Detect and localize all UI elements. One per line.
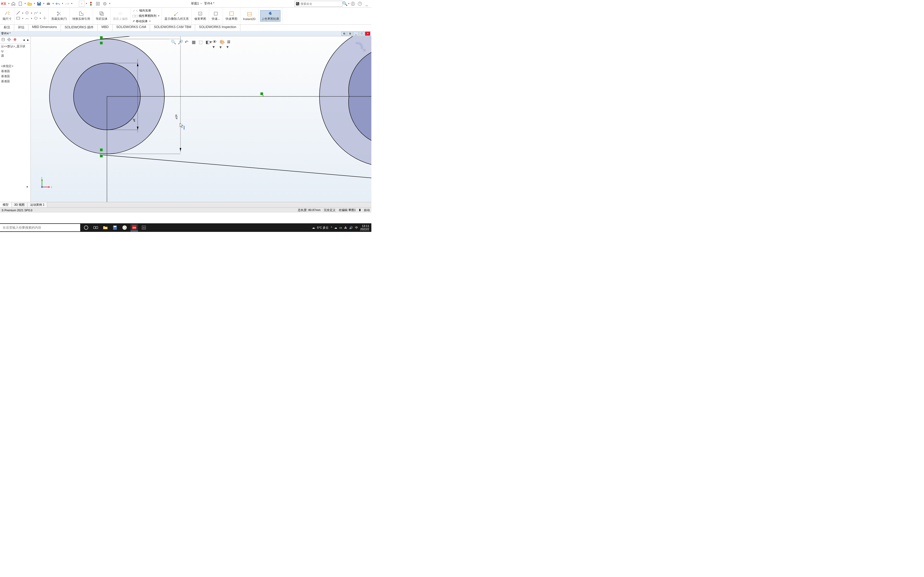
smart-dimension-button[interactable]: 📐 能尺寸 (2, 10, 13, 21)
calculator-icon[interactable] (111, 224, 119, 231)
logo-dropdown-icon[interactable]: ▼ (8, 2, 10, 5)
tree-plane-item[interactable]: 基准面 (0, 69, 31, 74)
dimension-d8[interactable]: ⌀8 (132, 119, 136, 122)
face-offset-button[interactable]: 曲面上偏移 (112, 10, 129, 21)
tab-sw-addins[interactable]: SOLIDWORKS 插件 (61, 24, 98, 31)
line-tool-icon[interactable] (16, 11, 20, 16)
rebuild-icon[interactable] (88, 1, 94, 7)
tree-nav-right-icon[interactable]: ► (27, 39, 29, 41)
quick-button[interactable]: 快速... (211, 10, 221, 21)
browser-icon[interactable] (121, 224, 128, 231)
tab-sw-cam-tbm[interactable]: SOLIDWORKS CAM TBM (150, 24, 195, 31)
tray-ime[interactable]: 中 (355, 226, 358, 230)
app-icon[interactable] (140, 224, 148, 231)
point-tool-icon[interactable] (42, 16, 47, 21)
undo-dropdown-icon[interactable]: ▼ (61, 2, 64, 5)
mirror-icon[interactable]: ⟋⟍ (132, 9, 138, 12)
print-dropdown-icon[interactable]: ▼ (52, 2, 54, 5)
window-collapse-left-icon[interactable]: ⧉ (341, 32, 347, 36)
user-icon[interactable] (350, 1, 356, 7)
weather-text[interactable]: 5°C 多云 (317, 226, 329, 230)
settings-dropdown-icon[interactable]: ▼ (108, 2, 111, 5)
tab-annotation[interactable]: 标注 (0, 24, 14, 31)
tab-sw-cam[interactable]: SOLIDWORKS CAM (113, 24, 150, 31)
tree-scroll-right-icon[interactable]: ▸ (27, 185, 28, 188)
bottom-tab-model[interactable]: 模型 (0, 202, 11, 207)
search-dropdown-icon[interactable]: 🔍▼ (343, 1, 349, 7)
prev-view-icon[interactable]: ↶ (185, 40, 189, 44)
window-maximize-icon[interactable]: □ (359, 32, 364, 36)
scene-icon[interactable]: 🖥▾ (226, 40, 231, 44)
help-icon[interactable]: ? (357, 1, 363, 7)
open-icon[interactable] (27, 1, 32, 7)
undo-icon[interactable] (55, 1, 61, 7)
tree-tab-3-icon[interactable] (13, 37, 17, 43)
tab-sw-inspection[interactable]: SOLIDWORKS Inspection (195, 24, 240, 31)
pattern-label[interactable]: 线性草图阵列 (139, 14, 157, 18)
trim-button[interactable]: 剪裁实体(T) (50, 10, 68, 21)
tree-item[interactable]: <未指定> (0, 64, 31, 69)
new-document-icon[interactable] (18, 1, 23, 7)
instant2d-button[interactable]: Instant2D (242, 11, 257, 21)
dimension-d14[interactable]: ⌀14 (175, 114, 178, 119)
quick-sketch-button[interactable]: 快速草图 (225, 10, 239, 21)
convert-button[interactable]: 转换实体引用 (71, 10, 91, 21)
taskbar-time[interactable]: 13:11 (360, 224, 369, 227)
tray-chevron-icon[interactable]: ^ (331, 226, 332, 229)
spline-tool-icon[interactable] (34, 11, 38, 16)
tray-battery-icon[interactable]: ▭ (339, 226, 342, 229)
search-input[interactable] (300, 2, 341, 5)
window-minimize-icon[interactable]: _ (353, 32, 359, 36)
rectangle-tool-icon[interactable] (16, 16, 20, 21)
mirror-label[interactable]: 镜向实体 (139, 8, 151, 13)
tab-evaluate[interactable]: 评估 (14, 24, 28, 31)
relations-button[interactable]: 显示/删除几何关系 (163, 10, 190, 21)
bottom-tab-3dview[interactable]: 3D 视图 (11, 202, 27, 207)
repair-button[interactable]: ✓ 修复草图 (193, 10, 207, 21)
tree-plane-item[interactable]: 基准面 (0, 74, 31, 79)
window-close-icon[interactable]: ✕ (365, 32, 370, 36)
bottom-tab-motion[interactable]: 运动算例 1 (27, 202, 47, 207)
select-icon[interactable] (79, 1, 85, 7)
open-dropdown-icon[interactable]: ▼ (34, 2, 36, 5)
options-icon[interactable] (95, 1, 101, 7)
tree-nav-left-icon[interactable]: ◄ (23, 39, 25, 41)
redo-icon[interactable] (64, 1, 70, 7)
offset-button[interactable]: 等距实体 (95, 10, 108, 21)
circle-tool-icon[interactable] (25, 11, 29, 16)
select-dropdown-icon[interactable]: ▼ (86, 2, 88, 5)
tray-cloud-icon[interactable]: ☁ (334, 226, 337, 229)
zoom-area-icon[interactable]: 🔎 (178, 40, 183, 44)
tree-item[interactable]: ry (0, 49, 31, 53)
new-dropdown-icon[interactable]: ▼ (24, 2, 26, 5)
settings-icon[interactable] (102, 1, 108, 7)
solidworks-icon[interactable]: SW (131, 224, 138, 231)
redo-dropdown-icon[interactable]: ▼ (71, 2, 73, 5)
tree-tab-2-icon[interactable] (7, 37, 11, 43)
tray-network-icon[interactable]: 🖧 (344, 226, 347, 229)
tree-tab-1-icon[interactable] (1, 37, 5, 43)
tree-item[interactable]: 认<<默认>_显示状 (0, 44, 31, 49)
explorer-icon[interactable] (102, 224, 109, 231)
view-orient-icon[interactable]: ⬚ (199, 40, 204, 44)
tray-volume-icon[interactable]: 🔊 (349, 226, 353, 229)
taskbar-search-input[interactable] (0, 224, 80, 231)
home-icon[interactable] (10, 1, 16, 7)
minimize-icon[interactable]: _ (364, 1, 370, 7)
section-view-icon[interactable]: ▦ (192, 40, 197, 44)
window-collapse-right-icon[interactable]: ⧉ (347, 32, 353, 36)
tree-plane-item[interactable]: 基准面 (0, 79, 31, 84)
save-icon[interactable] (36, 1, 42, 7)
cortana-icon[interactable] (82, 224, 90, 231)
zoom-fit-icon[interactable]: 🔍 (171, 40, 176, 44)
appearance-icon[interactable]: 🎨▾ (220, 40, 224, 44)
display-style-icon[interactable]: ◧▾ (205, 40, 210, 44)
hide-show-icon[interactable]: 👁▾ (213, 40, 217, 44)
weather-icon[interactable]: ☁ (312, 226, 315, 229)
taskbar-date[interactable]: 2022/2 (360, 227, 369, 231)
tab-mbd[interactable]: MBD (98, 24, 113, 31)
ellipse-tool-icon[interactable] (34, 16, 38, 21)
move-label[interactable]: 移动实体 (136, 19, 148, 23)
sketch-viewport[interactable]: 🔍 🔎 ↶ ▦ ⬚ ◧▾ 👁▾ 🎨▾ 🖥▾ (31, 36, 372, 202)
tab-mbd-dimensions[interactable]: MBD Dimensions (28, 24, 61, 31)
